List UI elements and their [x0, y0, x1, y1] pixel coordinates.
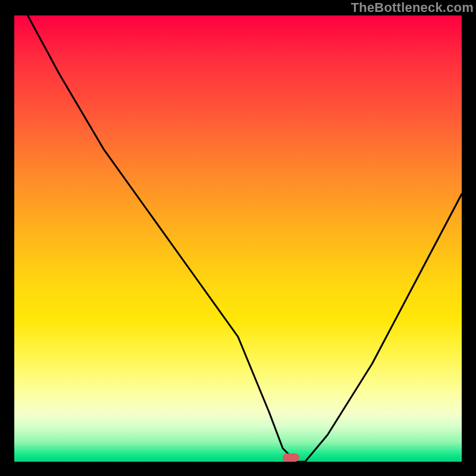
figure-frame: TheBottleneck.com	[0, 0, 476, 476]
bottleneck-curve	[14, 15, 462, 462]
watermark-text: TheBottleneck.com	[351, 0, 474, 15]
optimal-marker	[283, 453, 299, 462]
